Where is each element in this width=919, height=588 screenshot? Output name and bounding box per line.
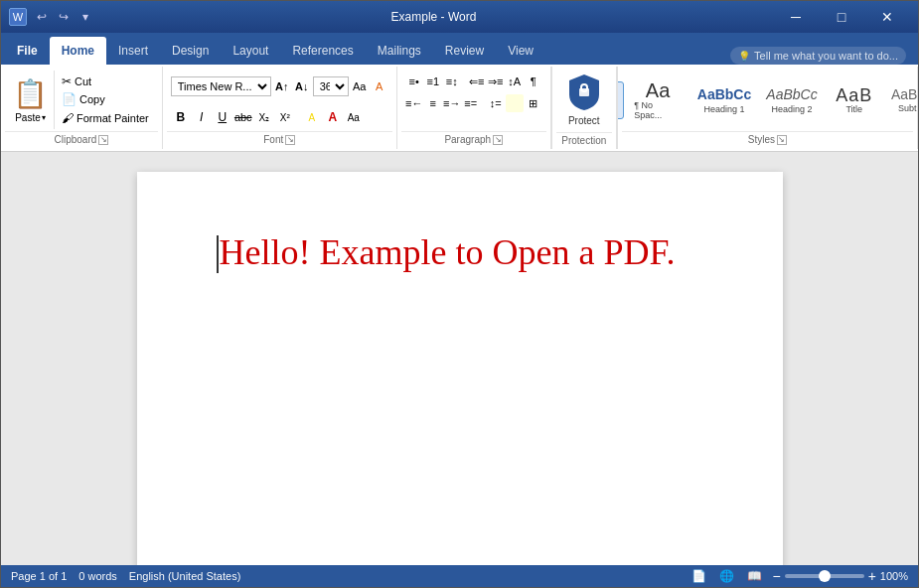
document-page: Hello! Example to Open a PDF.	[137, 172, 783, 565]
align-left-button[interactable]: ≡←	[405, 94, 423, 112]
font-expand-icon[interactable]: ↘	[285, 135, 295, 145]
text-highlight-button[interactable]: A	[302, 107, 322, 127]
style-no-spacing[interactable]: Aa ¶ No Spac...	[627, 76, 689, 124]
print-layout-button[interactable]: 📄	[689, 566, 708, 586]
numbering-button[interactable]: ≡1	[424, 73, 442, 90]
subscript-button[interactable]: X₂	[254, 107, 274, 127]
bullets-button[interactable]: ≡•	[405, 73, 423, 90]
bold-button[interactable]: B	[171, 107, 191, 127]
title-bar-controls: ↩ ↪ ▾	[33, 8, 94, 26]
grow-font-button[interactable]: A↑	[273, 77, 291, 95]
tab-mailings[interactable]: Mailings	[366, 37, 433, 65]
style-nospacing-preview: Aa	[646, 80, 670, 100]
paragraph-expand-icon[interactable]: ↘	[493, 135, 503, 145]
format-painter-icon: 🖌	[62, 111, 74, 125]
paragraph-label: Paragraph ↘	[401, 131, 546, 147]
font-size-select[interactable]: 36	[313, 76, 349, 96]
multilevel-list-button[interactable]: ≡↕	[443, 73, 461, 90]
tab-view[interactable]: View	[496, 37, 545, 65]
format-painter-button[interactable]: 🖌 Format Painter	[59, 110, 152, 126]
zoom-percent: 100%	[880, 570, 908, 582]
text-effects-button[interactable]: A	[371, 77, 388, 95]
clear-format-button[interactable]: Aa	[351, 77, 369, 95]
shading-button[interactable]	[506, 94, 524, 112]
clipboard-expand-icon[interactable]: ↘	[98, 135, 108, 145]
style-title-label: Title	[845, 104, 862, 114]
borders-button[interactable]: ⊞	[525, 94, 542, 112]
tab-design[interactable]: Design	[160, 37, 221, 65]
font-name-select[interactable]: Times New R...	[171, 76, 271, 96]
shrink-font-button[interactable]: A↓	[293, 77, 311, 95]
tab-layout[interactable]: Layout	[221, 37, 280, 65]
tab-insert[interactable]: Insert	[106, 37, 160, 65]
align-row: ≡← ≡ ≡→ ≡= ↕= ⊞	[405, 94, 542, 112]
justify-button[interactable]: ≡=	[462, 94, 480, 112]
style-heading2[interactable]: AaBbCc Heading 2	[760, 81, 823, 119]
increase-indent-button[interactable]: ⇒≡	[487, 73, 505, 90]
styles-expand-icon[interactable]: ↘	[777, 135, 787, 145]
language: English (United States)	[129, 570, 241, 582]
protection-group: Protect Protection	[551, 67, 617, 149]
style-normal[interactable]: Aa ¶ Normal	[617, 81, 625, 119]
font-color-button[interactable]: A	[323, 107, 343, 127]
paste-button[interactable]: 📋 Paste ▾	[7, 71, 55, 129]
line-spacing-button[interactable]: ↕=	[487, 94, 505, 112]
superscript-button[interactable]: X²	[275, 107, 295, 127]
styles-label: Styles ↘	[622, 131, 913, 147]
tab-file[interactable]: File	[5, 37, 50, 65]
align-right-button[interactable]: ≡→	[443, 94, 461, 112]
font-inner: Times New R... A↑ A↓ 36 Aa A B I U abc X…	[167, 69, 392, 131]
style-title[interactable]: AaB Title	[827, 82, 882, 118]
zoom-out-button[interactable]: −	[772, 568, 780, 584]
read-mode-button[interactable]: 📖	[744, 566, 764, 586]
document-text[interactable]: Hello! Example to Open a PDF.	[217, 231, 703, 273]
font-group: Times New R... A↑ A↓ 36 Aa A B I U abc X…	[163, 67, 397, 149]
zoom-slider[interactable]	[785, 574, 864, 578]
minimize-button[interactable]: ─	[773, 1, 819, 33]
cut-icon: ✂	[62, 74, 72, 88]
redo-button[interactable]: ↪	[55, 8, 73, 26]
paste-icon: 📋	[13, 77, 48, 110]
tab-review[interactable]: Review	[433, 37, 496, 65]
cut-button[interactable]: ✂ Cut	[59, 74, 152, 89]
web-layout-button[interactable]: 🌐	[716, 566, 736, 586]
maximize-button[interactable]: □	[819, 1, 864, 33]
status-left: Page 1 of 1 0 words English (United Stat…	[11, 570, 240, 582]
strikethrough-button[interactable]: abc	[233, 107, 253, 127]
style-h1-label: Heading 1	[704, 104, 745, 114]
document-area[interactable]: Hello! Example to Open a PDF.	[1, 152, 918, 565]
show-formatting-button[interactable]: ¶	[525, 73, 542, 90]
text-case-button[interactable]: Aa	[344, 107, 364, 127]
decrease-indent-button[interactable]: ⇐≡	[468, 73, 486, 90]
close-button[interactable]: ✕	[864, 1, 910, 33]
font-name-row: Times New R... A↑ A↓ 36 Aa A	[171, 76, 388, 96]
underline-button[interactable]: U	[213, 107, 232, 127]
align-center-button[interactable]: ≡	[424, 94, 442, 112]
zoom-control: − + 100%	[772, 568, 908, 584]
sort-button[interactable]: ↕A	[506, 73, 524, 90]
word-count: 0 words	[78, 570, 117, 582]
style-title-preview: AaB	[836, 86, 872, 104]
font-format-row: B I U abc X₂ X² A A Aa	[171, 107, 364, 127]
style-subtitle-preview: AaBbC	[891, 86, 918, 103]
zoom-in-button[interactable]: +	[868, 568, 876, 584]
styles-group: Aa ¶ Normal Aa ¶ No Spac... AaBbCc Headi…	[617, 67, 918, 149]
customize-button[interactable]: ▾	[77, 8, 94, 26]
clipboard-label: Clipboard ↘	[5, 131, 158, 147]
undo-button[interactable]: ↩	[33, 8, 51, 26]
page-info: Page 1 of 1	[11, 570, 67, 582]
style-h1-preview: AaBbCc	[697, 85, 751, 105]
copy-button[interactable]: 📄 Copy	[59, 91, 152, 107]
help-search[interactable]: 💡 Tell me what you want to do...	[730, 47, 906, 65]
shield-icon	[569, 74, 599, 110]
style-heading1[interactable]: AaBbCc Heading 1	[691, 81, 757, 119]
italic-button[interactable]: I	[192, 107, 212, 127]
protect-button[interactable]: Protect	[560, 71, 608, 130]
window-controls: ─ □ ✕	[773, 1, 910, 33]
tab-home[interactable]: Home	[50, 37, 106, 65]
paste-label: Paste ▾	[15, 112, 46, 123]
tab-references[interactable]: References	[280, 37, 365, 65]
style-subtitle[interactable]: AaBbC Subtitle	[885, 82, 918, 117]
ribbon-content: 📋 Paste ▾ ✂ Cut 📄 Copy	[1, 65, 918, 152]
lightbulb-icon: 💡	[738, 51, 750, 62]
